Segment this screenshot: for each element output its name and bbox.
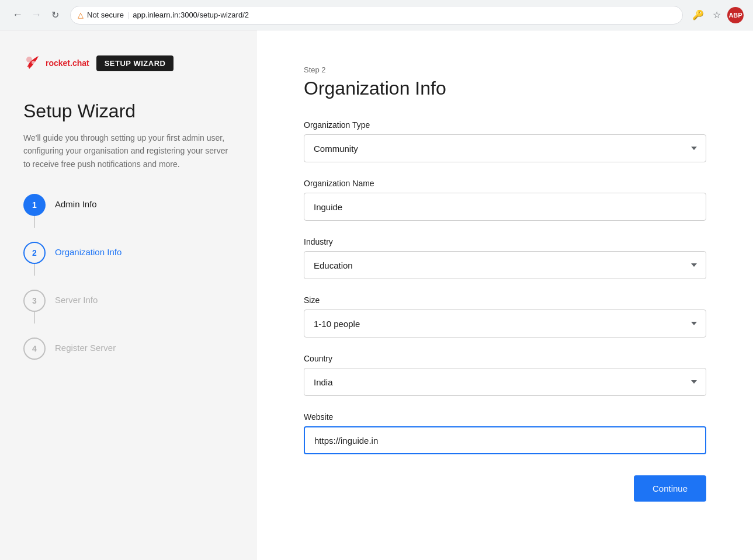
country-group: Country India United States United Kingd… [304, 354, 706, 396]
profile-avatar-button[interactable]: ABP [727, 7, 744, 23]
step-1-left: 1 [23, 194, 46, 228]
website-input[interactable] [304, 426, 706, 454]
bookmark-button[interactable]: ☆ [709, 7, 725, 23]
security-warning-icon: △ [78, 11, 84, 19]
step-2-number: 2 [32, 248, 37, 258]
brand-name: rocket.chat [46, 58, 89, 68]
size-select-wrapper: 1-10 people 11-50 people 51-200 people 2… [304, 309, 706, 338]
org-type-select-wrapper: Community Enterprise Government Non-prof… [304, 134, 706, 162]
address-bar[interactable]: △ Not secure | app.inlearn.in:3000/setup… [70, 6, 683, 25]
step-1-label: Admin Info [55, 194, 97, 209]
step-1-circle: 1 [23, 194, 46, 216]
right-panel: Step 2 Organization Info Organization Ty… [257, 30, 753, 560]
industry-select[interactable]: Education Technology Healthcare Finance … [304, 251, 706, 279]
sidebar: rocket.chat SETUP WIZARD Setup Wizard We… [0, 30, 257, 560]
step-1-wrapper: 1 Admin Info [23, 194, 234, 228]
step-2-label: Organization Info [55, 242, 122, 257]
steps-list: 1 Admin Info 2 Organization Info [23, 194, 234, 374]
country-label: Country [304, 354, 706, 363]
svg-point-1 [32, 61, 35, 64]
step-3-label: Server Info [55, 290, 98, 305]
country-select[interactable]: India United States United Kingdom Austr… [304, 368, 706, 396]
forward-button[interactable]: → [28, 7, 44, 23]
size-label: Size [304, 295, 706, 305]
industry-select-wrapper: Education Technology Healthcare Finance … [304, 251, 706, 279]
step-3-circle: 3 [23, 290, 46, 312]
step-3-left: 3 [23, 290, 46, 324]
step-4-number: 4 [32, 344, 37, 353]
step-2-left: 2 [23, 242, 46, 276]
org-type-label: Organization Type [304, 120, 706, 130]
org-name-group: Organization Name [304, 179, 706, 221]
password-icon-button[interactable]: 🔑 [690, 7, 706, 23]
step-2-connector [34, 264, 35, 276]
step-3-wrapper: 3 Server Info [23, 290, 234, 324]
form-actions: Continue [304, 471, 706, 502]
step-4-wrapper: 4 Register Server [23, 338, 234, 360]
org-name-label: Organization Name [304, 179, 706, 188]
org-name-input[interactable] [304, 193, 706, 221]
sidebar-description: We'll guide you through setting up your … [23, 131, 234, 171]
size-select[interactable]: 1-10 people 11-50 people 51-200 people 2… [304, 309, 706, 338]
step-3-number: 3 [32, 296, 37, 305]
step-1-number: 1 [32, 200, 37, 210]
page-title: Organization Info [304, 78, 706, 99]
step-label-small: Step 2 [304, 65, 706, 74]
org-type-group: Organization Type Community Enterprise G… [304, 120, 706, 162]
rocket-chat-logo: rocket.chat [23, 54, 89, 72]
setup-wizard-badge: SETUP WIZARD [96, 55, 174, 71]
browser-chrome: ← → ↻ △ Not secure | app.inlearn.in:3000… [0, 0, 753, 30]
rocket-icon [23, 54, 42, 72]
industry-group: Industry Education Technology Healthcare… [304, 237, 706, 279]
toolbar-actions: 🔑 ☆ ABP [690, 7, 744, 23]
step-2-wrapper: 2 Organization Info [23, 242, 234, 276]
step-4-circle: 4 [23, 338, 46, 360]
website-group: Website [304, 412, 706, 454]
step-2-circle: 2 [23, 242, 46, 264]
industry-label: Industry [304, 237, 706, 246]
org-type-select[interactable]: Community Enterprise Government Non-prof… [304, 134, 706, 162]
back-button[interactable]: ← [9, 7, 26, 23]
sidebar-title: Setup Wizard [23, 100, 234, 122]
continue-button[interactable]: Continue [634, 475, 706, 502]
main-content: rocket.chat SETUP WIZARD Setup Wizard We… [0, 30, 753, 560]
website-label: Website [304, 412, 706, 422]
step-3-connector [34, 312, 35, 324]
step-4-left: 4 [23, 338, 46, 360]
step-4-label: Register Server [55, 338, 116, 353]
not-secure-label: Not secure [87, 11, 124, 19]
country-select-wrapper: India United States United Kingdom Austr… [304, 368, 706, 396]
size-group: Size 1-10 people 11-50 people 51-200 peo… [304, 295, 706, 338]
step-1-connector [34, 216, 35, 228]
url-text: app.inlearn.in:3000/setup-wizard/2 [133, 11, 249, 19]
logo-area: rocket.chat SETUP WIZARD [23, 54, 234, 72]
reload-button[interactable]: ↻ [47, 7, 63, 23]
nav-buttons: ← → ↻ [9, 7, 63, 23]
